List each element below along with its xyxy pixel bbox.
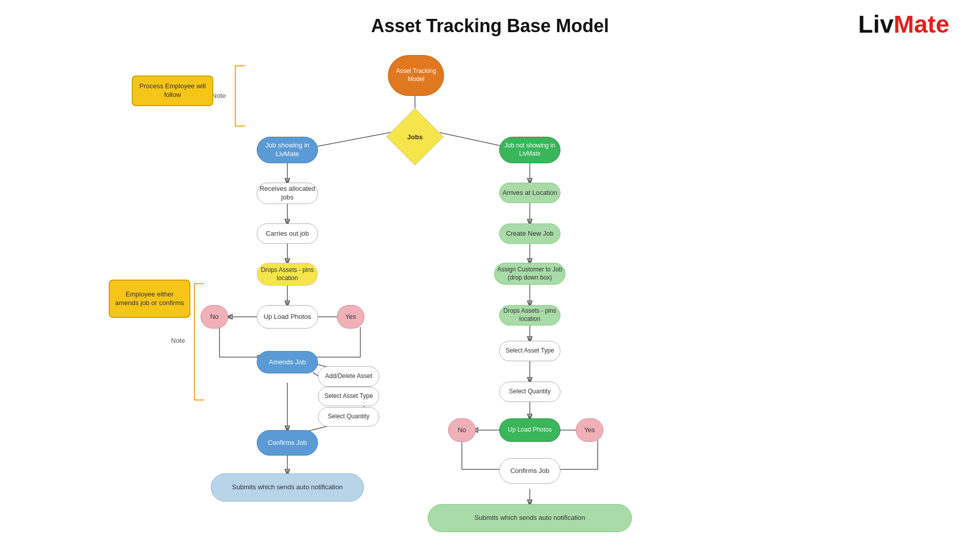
carries-out-node: Carries out job xyxy=(257,223,318,244)
logo-liv: Liv xyxy=(858,11,893,38)
job-not-showing-node: Job not showing in LivMate xyxy=(499,137,560,163)
upload-photos-right-node: Up Load Photos xyxy=(499,418,560,442)
note-bracket-1 xyxy=(235,65,245,127)
employee-note-box: Employee either amends job or confirms xyxy=(109,280,190,318)
create-new-job-node: Create New Job xyxy=(499,223,560,244)
job-showing-node: Job showing in LivMate xyxy=(257,137,318,163)
submits-right-node: Submits which sends auto notification xyxy=(428,504,632,532)
no-right-node: No xyxy=(448,418,476,442)
confirms-job-left-node: Confirms Job xyxy=(257,430,318,456)
logo-mate: Mate xyxy=(894,11,949,38)
amends-job-node: Amends Job xyxy=(257,351,318,373)
submits-left-node: Submits which sends auto notification xyxy=(211,473,364,502)
yes-right-node: Yes xyxy=(576,418,603,442)
assign-customer-node: Assign Customer to Job (drop down box) xyxy=(494,263,566,285)
select-quantity-right-node: Select Quantity xyxy=(499,382,560,402)
add-delete-node: Add/Delete Asset xyxy=(318,366,379,387)
upload-photos-left-node: Up Load Photos xyxy=(257,305,318,329)
jobs-label: Jobs xyxy=(395,116,435,157)
arrives-location-node: Arrives at Location xyxy=(499,183,560,203)
no-left-node: No xyxy=(201,305,228,329)
confirms-job-right-node: Confirms Job xyxy=(499,458,560,484)
yes-left-node: Yes xyxy=(337,305,364,329)
note-label-2: Note xyxy=(171,337,185,344)
process-legend-box: Process Employee will follow xyxy=(132,76,213,106)
select-asset-type-left-node: Select Asset Type xyxy=(318,387,379,406)
select-asset-type-right-node: Select Asset Type xyxy=(499,341,560,361)
page-title: Asset Tracking Base Model xyxy=(0,0,980,37)
drops-assets-right-node: Drops Assets - pins location xyxy=(499,305,560,325)
drops-assets-left-node: Drops Assets - pins location xyxy=(257,263,318,286)
note-bracket-2 xyxy=(194,283,204,400)
select-quantity-left-node: Select Quantity xyxy=(318,407,379,427)
logo: LivMate xyxy=(858,10,949,38)
note-label-1: Note xyxy=(212,92,226,99)
asset-tracking-model-node: Asset Tracking Model xyxy=(388,55,444,96)
receives-allocated-node: Receives allocated jobs xyxy=(257,183,318,204)
